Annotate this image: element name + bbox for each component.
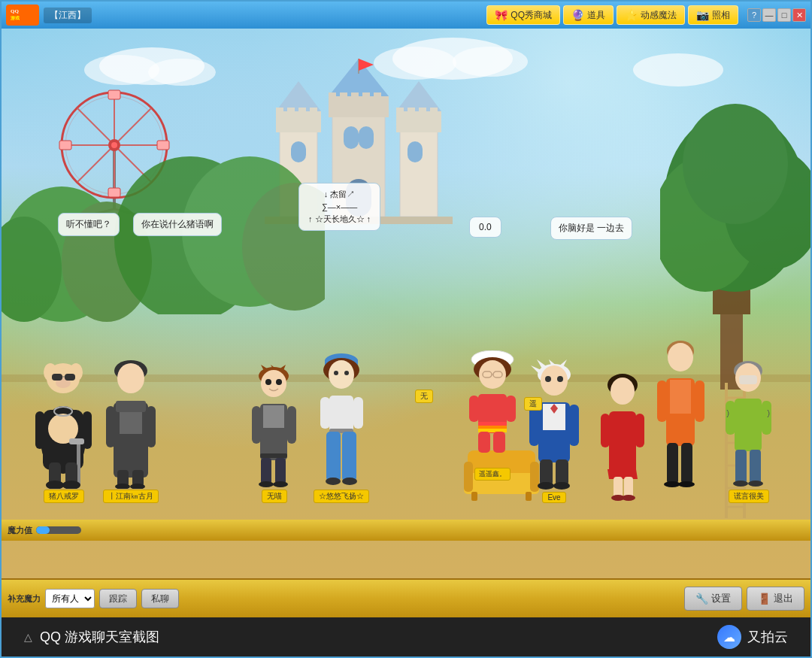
svg-rect-51 xyxy=(408,108,415,117)
svg-rect-130 xyxy=(275,458,286,484)
char-dark-coat: 丨江南㎞古月 xyxy=(103,357,159,503)
svg-rect-175 xyxy=(540,459,553,486)
char-sitting: 遥遥鑫。 xyxy=(466,350,519,481)
svg-rect-129 xyxy=(261,458,271,484)
title-bar: QQ 游戏 【江西】 🎀QQ秀商城 🔮道具 ⭐动感魔法 📷照相 ? — □ ✕ xyxy=(2,2,810,29)
bottom-bar: 补充魔力 所有人 好友 自己 跟踪 私聊 🔧 设置 🚪 退出 xyxy=(2,578,810,617)
svg-rect-140 xyxy=(320,397,330,429)
char-orange-jacket-tall xyxy=(656,338,705,488)
svg-rect-158 xyxy=(469,396,479,422)
svg-line-23 xyxy=(77,145,114,182)
svg-rect-139 xyxy=(329,396,353,433)
svg-rect-186 xyxy=(681,443,692,484)
photo-button[interactable]: 📷照相 xyxy=(688,5,738,25)
svg-rect-55 xyxy=(344,126,359,149)
minimize-button[interactable]: — xyxy=(762,8,776,22)
svg-rect-204 xyxy=(762,401,771,435)
bubble-2: 你在说什么猪语啊 xyxy=(133,213,222,236)
footer: △ QQ 游戏聊天室截图 ☁ 又拍云 xyxy=(2,617,810,656)
svg-rect-125 xyxy=(263,405,284,428)
small-nametag-yao: 遥 xyxy=(524,397,542,411)
svg-text:游戏: 游戏 xyxy=(11,15,20,20)
svg-rect-50 xyxy=(396,108,404,117)
footer-brand: 又拍云 xyxy=(747,628,788,646)
footer-right: ☁ 又拍云 xyxy=(717,625,788,649)
svg-point-122 xyxy=(265,379,271,385)
svg-rect-47 xyxy=(400,126,438,217)
svg-rect-92 xyxy=(65,374,75,381)
svg-point-167 xyxy=(541,365,568,396)
target-dropdown[interactable]: 所有人 好友 自己 xyxy=(45,589,95,608)
youpai-logo: ☁ xyxy=(717,625,741,649)
close-button[interactable]: ✕ xyxy=(792,8,806,22)
svg-point-208 xyxy=(748,481,763,487)
svg-point-190 xyxy=(611,378,635,405)
char-blue-pants: ☆悠悠飞扬☆ xyxy=(314,353,369,503)
game-area: 猪八戒罗 xyxy=(2,29,810,578)
nametag-char5: 遥遥鑫。 xyxy=(474,468,511,481)
youpai-icon: ☁ xyxy=(723,630,735,644)
small-nametag-wu: 无 xyxy=(415,390,433,403)
svg-rect-40 xyxy=(329,92,336,102)
magic-bar-track xyxy=(36,526,81,534)
svg-point-207 xyxy=(733,481,748,487)
svg-rect-111 xyxy=(106,406,115,447)
svg-rect-34 xyxy=(287,108,295,117)
settings-button[interactable]: 🔧 设置 xyxy=(684,587,742,611)
svg-rect-193 xyxy=(635,414,644,447)
svg-rect-99 xyxy=(83,411,92,449)
settings-icon: 🔧 xyxy=(695,593,708,605)
svg-point-146 xyxy=(342,478,357,485)
magic-button[interactable]: ⭐动感魔法 xyxy=(617,5,685,25)
svg-rect-159 xyxy=(506,396,516,422)
svg-rect-184 xyxy=(695,381,704,422)
svg-rect-56 xyxy=(359,126,374,149)
svg-line-22 xyxy=(114,108,151,145)
window-controls: ? — □ ✕ xyxy=(747,8,806,22)
svg-point-107 xyxy=(117,363,144,393)
char-spiky-hair: Eve xyxy=(528,359,580,503)
svg-rect-57 xyxy=(408,141,423,162)
svg-rect-128 xyxy=(260,453,287,458)
svg-point-145 xyxy=(326,478,341,485)
svg-rect-173 xyxy=(529,405,539,446)
svg-point-137 xyxy=(334,371,338,375)
bubble-4: 0.0 xyxy=(469,217,501,238)
svg-rect-126 xyxy=(252,406,261,444)
svg-rect-183 xyxy=(657,381,667,422)
refill-magic-label: 补充魔力 xyxy=(8,593,41,605)
svg-rect-52 xyxy=(419,108,426,117)
help-button[interactable]: ? xyxy=(747,8,761,22)
exit-icon: 🚪 xyxy=(758,593,771,605)
svg-marker-194 xyxy=(607,469,638,479)
svg-rect-203 xyxy=(726,401,735,435)
svg-rect-35 xyxy=(298,108,306,117)
items-button[interactable]: 🔮道具 xyxy=(563,5,614,25)
svg-point-169 xyxy=(557,376,563,382)
svg-rect-53 xyxy=(430,108,438,117)
maximize-button[interactable]: □ xyxy=(777,8,791,22)
svg-rect-44 xyxy=(374,92,381,102)
svg-point-198 xyxy=(622,495,635,501)
svg-line-20 xyxy=(77,108,114,145)
svg-rect-160 xyxy=(478,432,490,453)
follow-button[interactable]: 跟踪 xyxy=(99,589,137,608)
svg-rect-141 xyxy=(353,397,363,429)
svg-rect-195 xyxy=(614,477,623,498)
svg-rect-36 xyxy=(310,108,317,117)
svg-rect-174 xyxy=(569,405,579,446)
svg-rect-201 xyxy=(739,375,757,384)
svg-rect-33 xyxy=(276,108,283,117)
char-yellow-shirt: 谎言很美 xyxy=(724,357,773,503)
svg-rect-205 xyxy=(735,450,747,484)
svg-rect-127 xyxy=(287,406,296,444)
svg-point-187 xyxy=(664,481,680,487)
app-logo: QQ 游戏 xyxy=(6,5,39,26)
chat-button[interactable]: 私聊 xyxy=(141,589,179,608)
svg-point-121 xyxy=(261,370,286,397)
svg-rect-24 xyxy=(108,90,120,99)
svg-text:QQ: QQ xyxy=(11,8,19,14)
exit-button[interactable]: 🚪 退出 xyxy=(747,587,804,611)
nametag-char2: 丨江南㎞古月 xyxy=(103,490,159,503)
qq-shop-button[interactable]: 🎀QQ秀商城 xyxy=(486,5,560,25)
